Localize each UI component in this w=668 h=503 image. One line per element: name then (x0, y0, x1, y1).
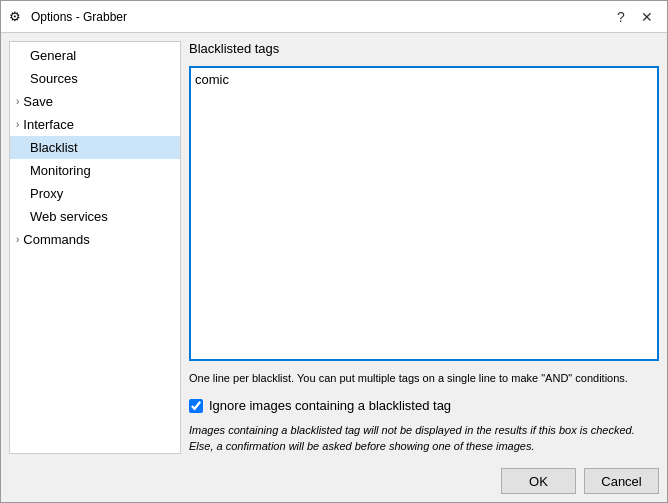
section-label: Blacklisted tags (189, 41, 659, 56)
sidebar-item-save[interactable]: ›Save (10, 90, 180, 113)
italic-hint: Images containing a blacklisted tag will… (189, 423, 659, 454)
sidebar-item-label: Monitoring (30, 163, 91, 178)
close-button[interactable]: ✕ (635, 6, 659, 28)
title-bar-buttons: ? ✕ (609, 6, 659, 28)
ok-button[interactable]: OK (501, 468, 576, 494)
sidebar-item-label: Proxy (30, 186, 63, 201)
sidebar-item-label: Web services (30, 209, 108, 224)
main-panel: Blacklisted tags One line per blacklist.… (189, 41, 659, 454)
arrow-icon: › (16, 96, 19, 107)
window-icon: ⚙ (9, 9, 25, 25)
hint-text: One line per blacklist. You can put mult… (189, 371, 659, 386)
blacklist-textarea[interactable] (189, 66, 659, 361)
ignore-blacklist-checkbox[interactable] (189, 399, 203, 413)
title-bar: ⚙ Options - Grabber ? ✕ (1, 1, 667, 33)
sidebar-item-label: Commands (23, 232, 89, 247)
sidebar-item-label: General (30, 48, 76, 63)
sidebar-item-blacklist[interactable]: Blacklist (10, 136, 180, 159)
arrow-icon: › (16, 119, 19, 130)
sidebar-item-label: Blacklist (30, 140, 78, 155)
help-button[interactable]: ? (609, 6, 633, 28)
cancel-button[interactable]: Cancel (584, 468, 659, 494)
checkbox-row: Ignore images containing a blacklisted t… (189, 398, 659, 413)
sidebar-item-web-services[interactable]: Web services (10, 205, 180, 228)
sidebar-item-general[interactable]: General (10, 44, 180, 67)
sidebar-item-label: Sources (30, 71, 78, 86)
sidebar: GeneralSources›Save›InterfaceBlacklistMo… (9, 41, 181, 454)
sidebar-item-proxy[interactable]: Proxy (10, 182, 180, 205)
sidebar-item-sources[interactable]: Sources (10, 67, 180, 90)
content-area: GeneralSources›Save›InterfaceBlacklistMo… (1, 33, 667, 462)
sidebar-item-label: Interface (23, 117, 74, 132)
footer: OK Cancel (1, 462, 667, 502)
sidebar-item-commands[interactable]: ›Commands (10, 228, 180, 251)
sidebar-item-monitoring[interactable]: Monitoring (10, 159, 180, 182)
window-title: Options - Grabber (31, 10, 609, 24)
checkbox-label[interactable]: Ignore images containing a blacklisted t… (209, 398, 451, 413)
window: ⚙ Options - Grabber ? ✕ GeneralSources›S… (0, 0, 668, 503)
sidebar-item-interface[interactable]: ›Interface (10, 113, 180, 136)
sidebar-item-label: Save (23, 94, 53, 109)
arrow-icon: › (16, 234, 19, 245)
